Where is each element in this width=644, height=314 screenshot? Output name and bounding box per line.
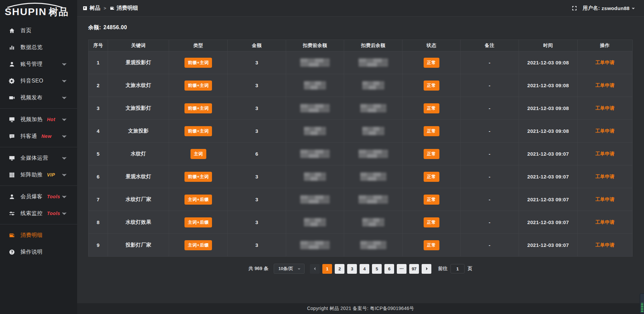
ticket-apply-link[interactable]: 工单申请 <box>595 105 614 111</box>
page-button-1[interactable]: 1 <box>322 264 332 274</box>
status-tag: 正常 <box>424 195 439 205</box>
ticket-apply-link[interactable]: 工单申请 <box>595 197 614 202</box>
column-header: 关键词 <box>108 40 169 51</box>
balance-label: 余额: <box>88 24 101 30</box>
chevron-down-icon <box>297 267 301 271</box>
cell-keyword: 文旅投影 <box>108 120 169 143</box>
bar-chart-icon <box>9 44 15 51</box>
page-button-5[interactable]: 5 <box>372 264 382 274</box>
wallet-icon <box>110 6 115 11</box>
sidebar-item-data-overview[interactable]: 数据总览 <box>0 39 77 56</box>
type-tag: 主词+后缀 <box>184 195 212 205</box>
cell-amount: 3 <box>228 211 286 234</box>
chevron-down-icon <box>61 172 67 178</box>
status-tag: 正常 <box>424 126 439 136</box>
help-icon <box>9 249 15 255</box>
breadcrumb-root[interactable]: 树品 <box>83 5 100 12</box>
sidebar-item-lead-monitoring[interactable]: 线索监控Tools <box>0 205 77 222</box>
sidebar-item-label: 账号管理 <box>20 61 43 68</box>
footer: Copyright 树品 2021 备案号: 粤ICP备09019646号 <box>77 303 644 314</box>
sidebar-item-label: 消费明细 <box>20 232 43 239</box>
wallet-icon <box>9 232 15 239</box>
table-body: 1景观投影灯前缀+主词3正常-2021-12-03 09:08工单申请2文旅水纹… <box>89 51 633 257</box>
masked-balance-after <box>359 195 388 204</box>
page-size-value: 10条/页 <box>278 266 293 272</box>
sidebar-item-account-management[interactable]: 账号管理 <box>0 56 77 72</box>
column-header: 金额 <box>228 40 286 51</box>
cell-time: 2021-12-03 09:07 <box>519 188 577 211</box>
ticket-apply-link[interactable]: 工单申请 <box>595 219 614 225</box>
type-tag: 主词 <box>191 149 206 159</box>
app-root: SHUPIN 树品 首页数据总览账号管理抖音SEO视频发布视频加热Hot抖客通N… <box>0 0 644 314</box>
type-tag: 前缀+主词 <box>184 126 212 136</box>
monitor-icon <box>9 155 15 161</box>
cell-keyword: 景观投影灯 <box>108 51 169 74</box>
floating-widget[interactable] <box>640 293 644 314</box>
sidebar-item-label: 抖客通 <box>20 133 37 140</box>
ticket-apply-link[interactable]: 工单申请 <box>595 242 614 248</box>
chevron-down-icon <box>631 6 635 10</box>
sidebar-item-label: 全媒体运营 <box>20 155 48 162</box>
cell-time: 2021-12-03 09:08 <box>519 51 577 74</box>
sidebar-item-operation-guide[interactable]: 操作说明 <box>0 244 77 260</box>
table-row: 5水纹灯主词6正常-2021-12-03 09:07工单申请 <box>89 143 633 165</box>
page-button-97[interactable]: 97 <box>409 264 419 274</box>
sidebar-item-home[interactable]: 首页 <box>0 22 77 39</box>
column-header: 备注 <box>461 40 519 51</box>
page-button-4[interactable]: 4 <box>360 264 369 274</box>
sidebar-divider <box>0 186 77 186</box>
page-button-6[interactable]: 6 <box>384 264 394 274</box>
sidebar-item-badge: VIP <box>47 172 55 177</box>
fullscreen-icon[interactable] <box>572 5 577 11</box>
page-button-3[interactable]: 3 <box>347 264 357 274</box>
ticket-apply-link[interactable]: 工单申请 <box>595 128 614 134</box>
ticket-apply-link[interactable]: 工单申请 <box>595 60 614 65</box>
username-label: 用户名: <box>583 5 600 11</box>
column-header: 序号 <box>89 40 108 51</box>
more-pages-button[interactable]: ••• <box>397 264 407 274</box>
chevron-right-icon <box>425 267 429 271</box>
cell-time: 2021-12-03 09:07 <box>519 165 577 188</box>
home-icon <box>9 28 15 34</box>
table-header-row: 序号关键词类型金额扣费前余额扣费后余额状态备注时间操作 <box>89 40 633 51</box>
sidebar-item-all-media-operation[interactable]: 全媒体运营 <box>0 150 77 166</box>
cell-index: 3 <box>89 97 108 120</box>
goto-page-input[interactable] <box>450 264 465 273</box>
sidebar-item-douyin-seo[interactable]: 抖音SEO <box>0 72 77 89</box>
cell-index: 7 <box>89 188 108 211</box>
user-dropdown[interactable]: 用户名: zswodun88 <box>583 5 635 11</box>
page-size-select[interactable]: 10条/页 <box>274 264 305 274</box>
video-camera-icon <box>9 95 15 101</box>
copyright-text: Copyright 树品 2021 备案号: 粤ICP备09019646号 <box>307 306 414 312</box>
cell-time: 2021-12-03 09:07 <box>519 143 577 165</box>
status-tag: 正常 <box>424 103 439 113</box>
column-header: 操作 <box>578 40 633 51</box>
masked-balance-after <box>359 58 388 67</box>
sidebar-item-douketong[interactable]: 抖客通New <box>0 128 77 145</box>
status-tag: 正常 <box>424 172 439 182</box>
ticket-apply-link[interactable]: 工单申请 <box>595 174 614 179</box>
cell-amount: 3 <box>228 120 286 143</box>
masked-balance-after <box>359 150 388 158</box>
sidebar-item-video-heating[interactable]: 视频加热Hot <box>0 111 77 128</box>
type-tag: 主词+后缀 <box>184 217 212 227</box>
chevron-down-icon <box>61 194 67 200</box>
next-page-button[interactable] <box>422 264 431 274</box>
cell-amount: 3 <box>228 188 286 211</box>
sidebar-item-label: 矩阵助推 <box>20 171 43 178</box>
content: 余额:24856.00 序号关键词类型金额扣费前余额扣费后余额状态备注时间操作 … <box>77 17 644 303</box>
page-button-2[interactable]: 2 <box>335 264 344 274</box>
ticket-apply-link[interactable]: 工单申请 <box>595 151 614 156</box>
cell-index: 2 <box>89 74 108 97</box>
app-icon <box>83 6 88 11</box>
sidebar-item-member-baoke[interactable]: 会员爆客Tools <box>0 188 77 205</box>
sidebar-item-matrix-boost[interactable]: 矩阵助推VIP <box>0 166 77 183</box>
sidebar-item-consumption-detail[interactable]: 消费明细 <box>0 227 77 244</box>
widget-stripes <box>641 303 643 312</box>
ticket-apply-link[interactable]: 工单申请 <box>595 83 614 88</box>
sidebar-item-label: 首页 <box>20 27 32 34</box>
sidebar-item-video-publish[interactable]: 视频发布 <box>0 89 77 106</box>
prev-page-button[interactable] <box>310 264 320 274</box>
masked-balance-before <box>304 218 326 226</box>
chevron-left-icon <box>313 267 317 271</box>
